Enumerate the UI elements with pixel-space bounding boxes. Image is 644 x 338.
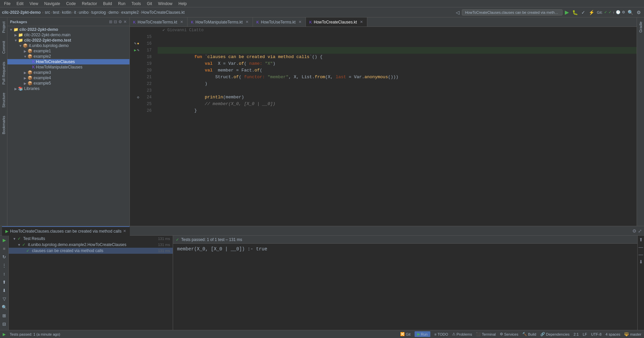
tree-item-example3[interactable]: ▶ 📦 example3 bbox=[7, 70, 129, 75]
breadcrumb-tuprolog[interactable]: tuprolog bbox=[91, 10, 106, 15]
menu-code[interactable]: Code bbox=[63, 1, 78, 7]
tab-close-use[interactable]: ✕ bbox=[298, 20, 302, 25]
run-options-button[interactable]: ⋮ bbox=[1, 262, 7, 269]
tree-item-package[interactable]: ▼ 📦 it.unibo.tuprolog.demo bbox=[7, 43, 129, 48]
tree-item-example4[interactable]: ▶ 📦 example4 bbox=[7, 75, 129, 81]
status-todo-tab[interactable]: ≡TODO bbox=[434, 332, 448, 336]
status-dependencies-tab[interactable]: 🔗Dependencies bbox=[540, 332, 570, 336]
breadcrumb-unibo[interactable]: unibo bbox=[79, 10, 89, 15]
tree-icon-close[interactable]: ✕ bbox=[123, 19, 127, 24]
test-item-class[interactable]: ▼ ✓ it.unibo.tuprolog.demo.example2.HowT… bbox=[9, 242, 173, 248]
tree-item-example1[interactable]: ▶ 📦 example1 bbox=[7, 48, 129, 54]
status-charset[interactable]: UTF-8 bbox=[591, 332, 601, 336]
gutter-pencil-icon-16[interactable]: ✎ bbox=[134, 40, 137, 47]
menu-build[interactable]: Build bbox=[100, 1, 115, 7]
gutter-warning-icon-16[interactable]: ● bbox=[137, 40, 139, 47]
bottom-expand-icon[interactable]: ⤢ bbox=[638, 228, 642, 234]
status-indent[interactable]: 4 spaces bbox=[605, 332, 620, 336]
status-git-tab[interactable]: 🔀Git bbox=[400, 332, 411, 336]
profiler-button[interactable]: ⚡ bbox=[588, 10, 595, 15]
menu-tools[interactable]: Tools bbox=[129, 1, 144, 7]
menu-refactor[interactable]: Refactor bbox=[79, 1, 100, 7]
run-config-selector[interactable]: HowToCreateClauses.clauses can be create… bbox=[462, 9, 562, 15]
status-build-tab[interactable]: 🔨Build bbox=[522, 332, 536, 336]
tab-create-clauses[interactable]: K HowToCreateClauses.kt ✕ bbox=[306, 17, 367, 27]
tree-item-how-to-manipulate-clauses[interactable]: ▶ K HowToManipulateClauses bbox=[7, 64, 129, 70]
menu-run[interactable]: Run bbox=[115, 1, 128, 7]
run-button[interactable]: ▶ bbox=[564, 9, 570, 15]
menu-edit[interactable]: Edit bbox=[14, 1, 26, 7]
back-button[interactable]: ◁ bbox=[455, 10, 461, 15]
breadcrumb-example2[interactable]: example2 bbox=[121, 10, 139, 15]
status-terminal-tab[interactable]: ⬛Terminal bbox=[476, 332, 496, 336]
sidebar-item-project[interactable]: Project bbox=[1, 19, 6, 36]
status-lf[interactable]: LF bbox=[583, 332, 587, 336]
breadcrumb-it[interactable]: it bbox=[74, 10, 76, 15]
tree-icon-expand[interactable]: ⊞ bbox=[109, 19, 112, 24]
tree-item-main[interactable]: ▶ 📁 cilc-2022-2pkt-demo.main bbox=[7, 32, 129, 38]
git-up-icon[interactable]: ↑ bbox=[613, 10, 615, 14]
bottom-settings-icon[interactable]: ⚙ bbox=[632, 228, 637, 234]
code-content[interactable]: ✔ Giovanni Ciatto @Test fun `clauses can… bbox=[155, 27, 637, 226]
tab-close-manipulate[interactable]: ✕ bbox=[245, 20, 249, 25]
git-clock-icon[interactable]: 🕐 bbox=[616, 10, 621, 14]
sidebar-item-gradle[interactable]: Gradle bbox=[638, 19, 643, 35]
git-settings-icon[interactable]: ⚙ bbox=[622, 10, 625, 14]
menu-view[interactable]: View bbox=[27, 1, 41, 7]
sidebar-item-pull-requests[interactable]: Pull Requests bbox=[1, 59, 6, 87]
tree-item-test[interactable]: ▼ 📁 cilc-2022-2pkt-demo.test bbox=[7, 38, 129, 43]
status-services-tab[interactable]: ⚙Services bbox=[500, 332, 518, 336]
coverage-button[interactable]: ✓ bbox=[580, 10, 586, 15]
tree-item-example5[interactable]: ▶ 📦 example5 bbox=[7, 81, 129, 86]
tree-icon-collapse[interactable]: ⊟ bbox=[114, 19, 117, 24]
breadcrumb-kotlin[interactable]: kotlin bbox=[62, 10, 71, 15]
search-button[interactable]: 🔍 bbox=[627, 10, 634, 15]
code-editor[interactable]: ✎ ● ▶ ✎ ◇ 15 bbox=[130, 27, 637, 226]
debug-button[interactable]: 🐛 bbox=[571, 10, 579, 15]
menu-navigate[interactable]: Navigate bbox=[42, 1, 63, 7]
tree-item-example2[interactable]: ▼ 📦 example2 bbox=[7, 54, 129, 59]
filter-button[interactable]: ▽ bbox=[2, 296, 7, 302]
breadcrumb-demo[interactable]: demo bbox=[109, 10, 119, 15]
test-item-root[interactable]: ▼ ✓ Test Results 131 ms bbox=[9, 236, 173, 242]
tab-manipulate-terms[interactable]: K HowToManipulateTerms.kt ✕ bbox=[187, 17, 253, 27]
status-run-tab[interactable]: ▶Run bbox=[415, 331, 430, 337]
bottom-right-icon-1[interactable]: ⬆ bbox=[639, 237, 643, 242]
tab-use-terms[interactable]: K HowToUseTerms.kt ✕ bbox=[253, 17, 306, 27]
bottom-right-icon-4[interactable]: ⬇ bbox=[639, 259, 643, 264]
tree-item-libraries[interactable]: ▶ 📚 Libraries bbox=[7, 86, 129, 91]
sidebar-item-structure[interactable]: Structure bbox=[1, 90, 6, 110]
status-branch[interactable]: 🔱master bbox=[624, 332, 641, 336]
run-tab-close[interactable]: ✕ bbox=[123, 229, 126, 233]
menu-help[interactable]: Help bbox=[176, 1, 190, 7]
breadcrumb-src[interactable]: src bbox=[45, 10, 50, 15]
breadcrumb-file[interactable]: HowToCreateClauses.kt bbox=[142, 10, 185, 15]
toggle-sort-button[interactable]: ↕ bbox=[2, 271, 6, 277]
status-position[interactable]: 2:1 bbox=[574, 332, 579, 336]
tab-close-clauses[interactable]: ✕ bbox=[359, 20, 364, 25]
bottom-tab-run[interactable]: ▶ HowToCreateClauses.clauses can be crea… bbox=[2, 226, 130, 236]
tab-how-to-create-terms[interactable]: K HowToCreateTerms.kt ✕ bbox=[130, 17, 187, 27]
rerun-button[interactable]: ▶ bbox=[2, 237, 7, 243]
search-tests-button[interactable]: 🔍 bbox=[1, 304, 8, 310]
menu-git[interactable]: Git bbox=[144, 1, 155, 7]
rerun-failed-button[interactable]: ↻ bbox=[2, 254, 7, 260]
test-item-method[interactable]: ▶ ✓ clauses can be created via method ca… bbox=[9, 248, 173, 254]
menu-window[interactable]: Window bbox=[155, 1, 175, 7]
menu-file[interactable]: File bbox=[1, 1, 13, 7]
sidebar-item-bookmarks[interactable]: Bookmarks bbox=[1, 113, 6, 137]
status-problems-tab[interactable]: ⚠Problems bbox=[452, 332, 472, 336]
gutter-pencil-icon-17[interactable]: ✎ bbox=[137, 47, 139, 54]
breadcrumb-test[interactable]: test bbox=[53, 10, 59, 15]
sidebar-item-commit[interactable]: Commit bbox=[1, 38, 6, 56]
collapse-all-button[interactable]: ⊟ bbox=[2, 321, 7, 327]
stop-button[interactable]: ■ bbox=[2, 245, 6, 252]
import-button[interactable]: ⬆ bbox=[2, 279, 7, 285]
settings-button[interactable]: ⚙ bbox=[636, 10, 642, 15]
tree-item-root[interactable]: ▼ 📁 cilc-2022-2pkt-demo bbox=[7, 27, 129, 32]
export-button[interactable]: ⬇ bbox=[2, 287, 7, 294]
tab-close-terms[interactable]: ✕ bbox=[179, 20, 184, 25]
gutter-run-icon-17[interactable]: ▶ bbox=[134, 47, 137, 54]
breadcrumb[interactable]: src › test › kotlin › it › unibo › tupro… bbox=[45, 10, 184, 15]
tree-icon-gear[interactable]: ⚙ bbox=[118, 19, 122, 24]
